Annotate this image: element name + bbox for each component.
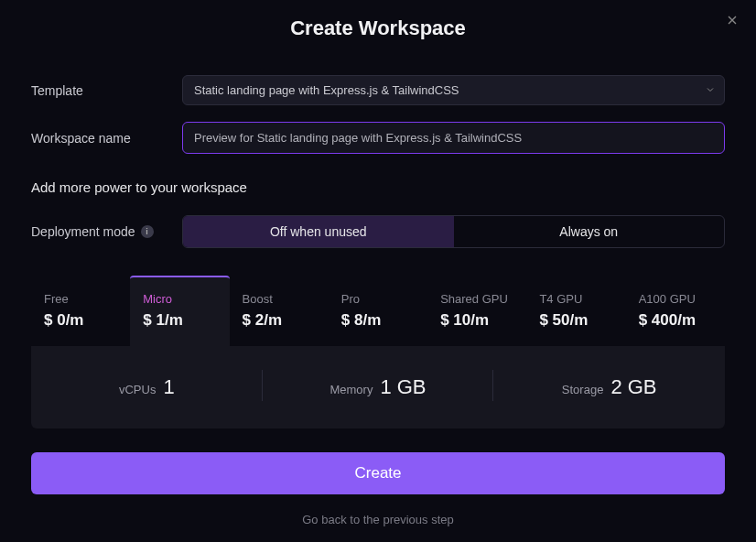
back-link[interactable]: Go back to the previous step [31, 513, 725, 526]
spec-value: 1 GB [380, 375, 426, 399]
tier-a100-gpu[interactable]: A100 GPU $ 400/m [626, 276, 725, 346]
power-heading: Add more power to your workspace [31, 179, 725, 195]
tier-name: Shared GPU [440, 292, 513, 306]
workspace-name-row: Workspace name [31, 122, 725, 154]
spec-label: Storage [562, 383, 604, 396]
tier-name: Micro [143, 292, 216, 306]
tier-price: $ 8/m [341, 311, 415, 330]
mode-always-on[interactable]: Always on [454, 216, 725, 247]
spec-label: vCPUs [119, 383, 156, 396]
tier-price: $ 0/m [44, 311, 117, 330]
spec-label: Memory [329, 383, 373, 396]
tier-name: Boost [243, 292, 316, 306]
spec-vcpus: vCPUs 1 [31, 375, 263, 399]
tier-boost[interactable]: Boost $ 2/m [230, 276, 329, 346]
tier-name: T4 GPU [539, 292, 612, 306]
deployment-mode-label: Deployment mode i [31, 224, 182, 239]
tier-name: Pro [341, 292, 415, 306]
tier-name: Free [44, 292, 117, 306]
spec-memory: Memory 1 GB [263, 375, 494, 399]
tier-pro[interactable]: Pro $ 8/m [329, 276, 427, 346]
spec-value: 1 [163, 375, 174, 399]
template-row: Template Static landing page with Expres… [31, 75, 725, 105]
spec-value: 2 GB [610, 375, 656, 399]
spec-storage: Storage 2 GB [493, 375, 725, 399]
tier-price: $ 10/m [440, 311, 513, 330]
tier-free[interactable]: Free $ 0/m [31, 276, 130, 346]
workspace-name-label: Workspace name [31, 131, 182, 146]
create-button[interactable]: Create [31, 452, 725, 494]
template-label: Template [31, 83, 182, 98]
template-select-value: Static landing page with Express.js & Ta… [182, 75, 725, 105]
modal-title: Create Workspace [31, 16, 725, 40]
mode-off-when-unused[interactable]: Off when unused [183, 216, 454, 247]
tier-shared-gpu[interactable]: Shared GPU $ 10/m [427, 276, 526, 346]
template-select[interactable]: Static landing page with Express.js & Ta… [182, 75, 725, 105]
workspace-name-input[interactable] [182, 122, 725, 154]
deployment-mode-toggle: Off when unused Always on [182, 215, 725, 248]
info-icon[interactable]: i [141, 225, 154, 238]
tier-t4-gpu[interactable]: T4 GPU $ 50/m [526, 276, 625, 346]
tier-name: A100 GPU [639, 292, 712, 306]
tier-price: $ 2/m [243, 311, 316, 330]
create-workspace-modal: Create Workspace Template Static landing… [0, 0, 756, 542]
deployment-mode-row: Deployment mode i Off when unused Always… [31, 215, 725, 248]
specs-panel: vCPUs 1 Memory 1 GB Storage 2 GB [31, 346, 725, 428]
tier-price: $ 1/m [143, 311, 216, 330]
tier-price: $ 50/m [539, 311, 612, 330]
tier-price: $ 400/m [639, 311, 712, 330]
tier-micro[interactable]: Micro $ 1/m [130, 276, 229, 346]
close-icon[interactable] [725, 13, 740, 31]
tier-list: Free $ 0/m Micro $ 1/m Boost $ 2/m Pro $… [31, 276, 725, 346]
